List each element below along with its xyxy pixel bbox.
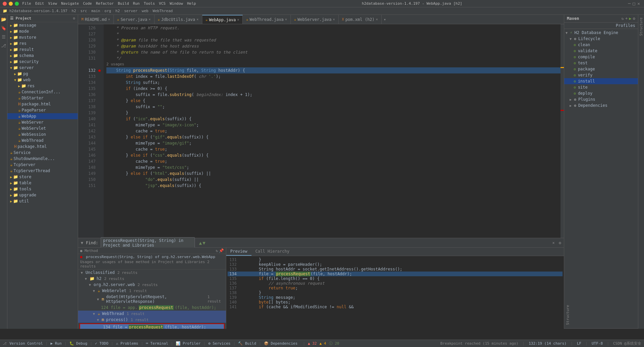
tree-item-pg[interactable]: ▶ 📁 pg — [7, 71, 78, 77]
find-close-button[interactable]: × — [552, 241, 555, 245]
menu-refactor[interactable]: Refactor — [96, 1, 114, 6]
menu-edit[interactable]: Edit — [35, 1, 44, 6]
breadcrumb-part[interactable]: h2 — [115, 9, 120, 13]
profiler-button[interactable]: 📊 Profiler — [176, 341, 201, 346]
find-refresh-icon[interactable]: ↻ — [216, 248, 218, 253]
tree-item-tcpserver[interactable]: ☕ TcpServer — [7, 162, 78, 168]
bookmark-icon[interactable]: 🔖 — [1, 25, 7, 31]
find-prev-button[interactable]: ▲ — [199, 240, 202, 246]
tree-item-web[interactable]: ▼ 📁 web — [7, 77, 78, 83]
code-preview-content[interactable]: 131 } 132 keepAlive = parseHeader(); 133… — [226, 256, 564, 329]
menu-file[interactable]: File — [22, 1, 31, 6]
menu-run[interactable]: Run — [133, 1, 140, 6]
maven-settings-icon[interactable]: ⚙ — [633, 16, 635, 21]
breadcrumb-part[interactable]: org — [104, 9, 111, 13]
breadcrumb-part[interactable]: main — [91, 9, 100, 13]
breadcrumb-part[interactable]: src — [80, 9, 87, 13]
close-button[interactable] — [3, 2, 7, 6]
tab-readme[interactable]: M README.md × — [78, 15, 114, 24]
tree-item-schema[interactable]: ▶ 📁 schema — [7, 53, 78, 59]
menu-help[interactable]: Help — [187, 1, 196, 6]
breadcrumb-part[interactable]: h2database-version-1.4.197 — [9, 9, 67, 13]
maven-goal-site[interactable]: ⚙ site — [564, 84, 638, 90]
maven-add-icon[interactable]: + — [625, 16, 628, 21]
find-class-webservlet[interactable]: ▼ ☕ WebServlet 1 result — [78, 288, 226, 294]
maven-goal-verify[interactable]: ⚙ verify — [564, 72, 638, 78]
right-side-tab[interactable]: Structure — [638, 15, 644, 38]
maven-goal-compile[interactable]: ⚙ compile — [564, 54, 638, 60]
menu-bar-items[interactable]: File Edit View Navigate Code Refactor Bu… — [22, 1, 196, 6]
tab-close-readme[interactable]: × — [108, 18, 110, 21]
tree-item-webserver[interactable]: ☕ WebServer — [7, 119, 78, 125]
tab-webserver[interactable]: ☕ WebServer.java × — [291, 15, 339, 24]
debug-button[interactable]: 🐛 Debug — [69, 341, 88, 346]
menu-vcs[interactable]: VCS — [159, 1, 166, 6]
tab-pomxml[interactable]: X pom.xml (h2) × — [339, 15, 382, 24]
tree-item-connectioninf[interactable]: ☕ ConnectionInf... — [7, 89, 78, 95]
tree-item-upgrade[interactable]: ▶ 📁 upgrade — [7, 192, 78, 198]
problems-button[interactable]: ⚠ Problems — [116, 341, 138, 346]
breadcrumb-part[interactable]: web — [142, 9, 148, 13]
run-button[interactable]: ▶ Run — [50, 341, 62, 346]
tree-item-result[interactable]: ▶ 📁 result — [7, 46, 78, 53]
structure-icon[interactable]: ☰ — [1, 34, 7, 40]
tree-item-shutdownhandle[interactable]: ☕ ShutdownHandle... — [7, 156, 78, 162]
services-button[interactable]: ⚙ Services — [208, 341, 230, 346]
tab-webapp[interactable]: ☕ WebApp.java × — [202, 15, 243, 24]
tab-webthread[interactable]: ☕ WebThread.java × — [243, 15, 291, 24]
tree-item-webapp[interactable]: ☕ WebApp — [7, 113, 78, 119]
find-collapse-icon[interactable]: ▼ — [81, 241, 83, 245]
todo-button[interactable]: ✓ TODO — [95, 341, 108, 346]
sidebar-settings-icon[interactable]: ⚙ — [73, 16, 75, 21]
find-input[interactable]: processRequest(String, String) in Projec… — [101, 237, 195, 249]
find-class-webthread[interactable]: ▼ ☕ WebThread 1 result — [78, 311, 226, 317]
tab-preview[interactable]: Preview — [226, 248, 251, 256]
tree-item-tools[interactable]: ▶ 📁 tools — [7, 186, 78, 192]
find-code-doget[interactable]: 124 file = app. processRequest (file, ho… — [78, 305, 226, 311]
tree-item-dbstarter[interactable]: ☕ DbStarter — [7, 95, 78, 101]
maven-run-icon[interactable]: ▶ — [629, 16, 632, 21]
minimize-button[interactable] — [9, 2, 13, 6]
maven-goal-test[interactable]: ⚙ test — [564, 60, 638, 66]
maven-goal-clean[interactable]: ⚙ clean — [564, 42, 638, 48]
close-icon[interactable]: ✕ — [637, 1, 640, 6]
tree-item-webservlet[interactable]: ☕ WebServlet — [7, 125, 78, 131]
maven-lifecycle[interactable]: ▼ ⚙ Lifecycle — [564, 36, 638, 42]
find-method-doget[interactable]: ▼ m doGet(HttpServletRequest, HttpServle… — [78, 294, 226, 305]
maximize-button[interactable] — [15, 2, 19, 6]
find-pin-icon[interactable]: 📌 — [219, 248, 224, 253]
tab-close-server[interactable]: × — [149, 18, 151, 21]
tree-item-mode[interactable]: ▶ 📁 mode — [7, 28, 78, 34]
tab-close-pomxml[interactable]: × — [376, 18, 378, 21]
find-code-process[interactable]: 134 file = processRequest (file, hostAdd… — [80, 324, 224, 329]
tree-item-table[interactable]: ▶ 📁 table — [7, 180, 78, 186]
menu-navigate[interactable]: Navigate — [61, 1, 79, 6]
find-group-h2[interactable]: ▼ 📁 h2 2 results — [78, 276, 226, 282]
tree-item-package-html2[interactable]: H package.html — [7, 144, 78, 150]
tree-item-package-html[interactable]: H package.html — [7, 101, 78, 107]
tree-item-server[interactable]: ▼ 📁 server — [7, 65, 78, 71]
tab-close-webserver[interactable]: × — [333, 18, 335, 21]
build-button[interactable]: 🔨 Build — [238, 341, 256, 346]
git-icon[interactable]: ⎇ — [1, 42, 7, 49]
menu-build[interactable]: Build — [118, 1, 129, 6]
info-indicator[interactable]: ⓘ 20 — [329, 341, 339, 346]
maven-dependencies[interactable]: ▶ ⚙ Dependencies — [564, 102, 638, 108]
code-content-area[interactable]: * Process an HTTP request. * * @param fi… — [104, 24, 561, 238]
tree-item-service[interactable]: ☕ Service — [7, 150, 78, 156]
error-indicator[interactable]: ▲ 32 — [308, 341, 317, 346]
maven-goal-install[interactable]: ⚙ install — [564, 78, 638, 84]
menu-code[interactable]: Code — [83, 1, 92, 6]
tab-call-hierarchy[interactable]: Call Hierarchy — [251, 248, 294, 256]
tree-item-websession[interactable]: ☕ WebSession — [7, 131, 78, 137]
find-method-process[interactable]: ▼ m process() 1 result — [78, 317, 226, 323]
maven-goal-package[interactable]: ⚙ package — [564, 66, 638, 72]
breadcrumb-part[interactable]: server — [124, 9, 138, 13]
maven-goal-validate[interactable]: ⚙ validate — [564, 48, 638, 54]
structure-tab[interactable]: Structure — [564, 302, 638, 329]
tab-close-jdbcutils[interactable]: × — [197, 18, 199, 21]
dependencies-btn[interactable]: 📦 Dependencies — [264, 341, 298, 346]
menu-view[interactable]: View — [48, 1, 57, 6]
tab-jdbcutils[interactable]: ☕ JdbcUtils.java × — [155, 15, 202, 24]
terminal-button[interactable]: ⌨ Terminal — [146, 341, 168, 346]
